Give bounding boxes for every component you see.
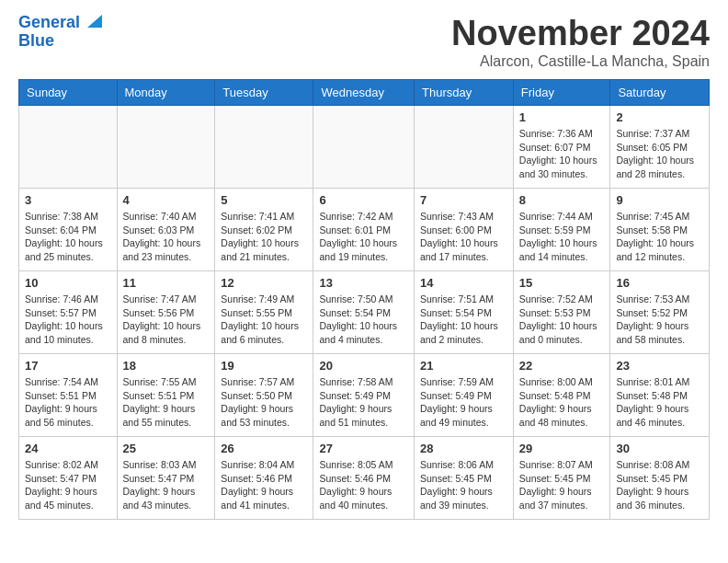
calendar-cell: 24Sunrise: 8:02 AM Sunset: 5:47 PM Dayli… <box>19 437 118 520</box>
calendar-cell: 25Sunrise: 8:03 AM Sunset: 5:47 PM Dayli… <box>117 437 215 520</box>
calendar-cell: 5Sunrise: 7:41 AM Sunset: 6:02 PM Daylig… <box>215 189 313 271</box>
day-number: 23 <box>616 359 703 373</box>
calendar-cell: 29Sunrise: 8:07 AM Sunset: 5:45 PM Dayli… <box>513 437 610 520</box>
day-info: Sunrise: 8:00 AM Sunset: 5:48 PM Dayligh… <box>519 375 605 430</box>
day-info: Sunrise: 8:01 AM Sunset: 5:48 PM Dayligh… <box>616 375 703 430</box>
column-header-thursday: Thursday <box>415 80 514 106</box>
calendar-table: SundayMondayTuesdayWednesdayThursdayFrid… <box>18 79 710 520</box>
day-number: 11 <box>123 276 210 290</box>
week-row-1: 1Sunrise: 7:36 AM Sunset: 6:07 PM Daylig… <box>19 106 710 189</box>
calendar-header-row: SundayMondayTuesdayWednesdayThursdayFrid… <box>19 80 710 106</box>
day-info: Sunrise: 7:42 AM Sunset: 6:01 PM Dayligh… <box>319 210 408 264</box>
day-info: Sunrise: 7:59 AM Sunset: 5:49 PM Dayligh… <box>420 375 507 430</box>
calendar-cell: 12Sunrise: 7:49 AM Sunset: 5:55 PM Dayli… <box>215 271 313 354</box>
day-number: 5 <box>221 193 307 207</box>
column-header-wednesday: Wednesday <box>313 80 415 106</box>
day-info: Sunrise: 7:55 AM Sunset: 5:51 PM Dayligh… <box>123 375 210 430</box>
day-info: Sunrise: 7:50 AM Sunset: 5:54 PM Dayligh… <box>319 293 408 347</box>
day-info: Sunrise: 7:51 AM Sunset: 5:54 PM Dayligh… <box>420 293 507 347</box>
calendar-cell: 30Sunrise: 8:08 AM Sunset: 5:45 PM Dayli… <box>610 437 710 520</box>
calendar-cell: 9Sunrise: 7:45 AM Sunset: 5:58 PM Daylig… <box>610 189 710 271</box>
day-number: 24 <box>25 442 111 455</box>
logo: General Blue <box>18 14 102 51</box>
day-number: 28 <box>420 442 507 455</box>
day-info: Sunrise: 7:47 AM Sunset: 5:56 PM Dayligh… <box>123 293 210 347</box>
day-number: 20 <box>319 359 408 373</box>
day-info: Sunrise: 7:43 AM Sunset: 6:00 PM Dayligh… <box>420 210 507 264</box>
day-number: 4 <box>123 193 210 207</box>
calendar-cell: 28Sunrise: 8:06 AM Sunset: 5:45 PM Dayli… <box>415 437 514 520</box>
day-info: Sunrise: 7:49 AM Sunset: 5:55 PM Dayligh… <box>221 293 307 347</box>
calendar-cell <box>19 106 118 189</box>
calendar-cell: 4Sunrise: 7:40 AM Sunset: 6:03 PM Daylig… <box>117 189 215 271</box>
day-info: Sunrise: 7:36 AM Sunset: 6:07 PM Dayligh… <box>519 127 605 181</box>
column-header-sunday: Sunday <box>19 80 118 106</box>
calendar-cell: 7Sunrise: 7:43 AM Sunset: 6:00 PM Daylig… <box>415 189 514 271</box>
day-info: Sunrise: 7:45 AM Sunset: 5:58 PM Dayligh… <box>616 210 703 264</box>
calendar-cell: 1Sunrise: 7:36 AM Sunset: 6:07 PM Daylig… <box>513 106 610 189</box>
calendar-cell: 16Sunrise: 7:53 AM Sunset: 5:52 PM Dayli… <box>610 271 710 354</box>
day-number: 19 <box>221 359 307 373</box>
day-number: 27 <box>319 442 408 455</box>
day-info: Sunrise: 7:53 AM Sunset: 5:52 PM Dayligh… <box>616 293 703 347</box>
calendar-cell: 13Sunrise: 7:50 AM Sunset: 5:54 PM Dayli… <box>313 271 415 354</box>
day-number: 29 <box>519 442 605 455</box>
day-info: Sunrise: 7:41 AM Sunset: 6:02 PM Dayligh… <box>221 210 307 264</box>
day-info: Sunrise: 7:44 AM Sunset: 5:59 PM Dayligh… <box>519 210 605 264</box>
day-number: 2 <box>616 110 703 124</box>
day-info: Sunrise: 7:46 AM Sunset: 5:57 PM Dayligh… <box>25 293 111 347</box>
day-info: Sunrise: 8:07 AM Sunset: 5:45 PM Dayligh… <box>519 458 605 512</box>
calendar-cell: 2Sunrise: 7:37 AM Sunset: 6:05 PM Daylig… <box>610 106 710 189</box>
day-number: 9 <box>616 193 703 207</box>
day-number: 13 <box>319 276 408 290</box>
column-header-saturday: Saturday <box>610 80 710 106</box>
month-title: November 2024 <box>451 14 710 53</box>
header: General Blue November 2024 Alarcon, Cast… <box>18 14 710 70</box>
day-info: Sunrise: 7:54 AM Sunset: 5:51 PM Dayligh… <box>25 375 111 430</box>
calendar-cell: 22Sunrise: 8:00 AM Sunset: 5:48 PM Dayli… <box>513 354 610 437</box>
logo-icon <box>82 11 102 31</box>
day-number: 12 <box>221 276 307 290</box>
day-number: 10 <box>25 276 111 290</box>
day-number: 16 <box>616 276 703 290</box>
day-number: 30 <box>616 442 703 455</box>
day-number: 25 <box>123 442 210 455</box>
day-info: Sunrise: 8:03 AM Sunset: 5:47 PM Dayligh… <box>123 458 210 512</box>
day-info: Sunrise: 7:52 AM Sunset: 5:53 PM Dayligh… <box>519 293 605 347</box>
day-number: 14 <box>420 276 507 290</box>
calendar-cell: 27Sunrise: 8:05 AM Sunset: 5:46 PM Dayli… <box>313 437 415 520</box>
calendar-cell: 8Sunrise: 7:44 AM Sunset: 5:59 PM Daylig… <box>513 189 610 271</box>
day-number: 1 <box>519 110 605 124</box>
column-header-tuesday: Tuesday <box>215 80 313 106</box>
calendar-cell: 19Sunrise: 7:57 AM Sunset: 5:50 PM Dayli… <box>215 354 313 437</box>
day-number: 6 <box>319 193 408 207</box>
week-row-3: 10Sunrise: 7:46 AM Sunset: 5:57 PM Dayli… <box>19 271 710 354</box>
week-row-2: 3Sunrise: 7:38 AM Sunset: 6:04 PM Daylig… <box>19 189 710 271</box>
day-number: 3 <box>25 193 111 207</box>
calendar-cell: 23Sunrise: 8:01 AM Sunset: 5:48 PM Dayli… <box>610 354 710 437</box>
calendar-cell: 21Sunrise: 7:59 AM Sunset: 5:49 PM Dayli… <box>415 354 514 437</box>
day-info: Sunrise: 8:04 AM Sunset: 5:46 PM Dayligh… <box>221 458 307 512</box>
day-number: 7 <box>420 193 507 207</box>
day-info: Sunrise: 8:05 AM Sunset: 5:46 PM Dayligh… <box>319 458 408 512</box>
day-number: 21 <box>420 359 507 373</box>
calendar-cell: 17Sunrise: 7:54 AM Sunset: 5:51 PM Dayli… <box>19 354 118 437</box>
day-info: Sunrise: 7:58 AM Sunset: 5:49 PM Dayligh… <box>319 375 408 430</box>
logo-blue-text: Blue <box>18 32 54 51</box>
calendar-cell: 14Sunrise: 7:51 AM Sunset: 5:54 PM Dayli… <box>415 271 514 354</box>
day-info: Sunrise: 8:06 AM Sunset: 5:45 PM Dayligh… <box>420 458 507 512</box>
calendar-cell <box>117 106 215 189</box>
day-info: Sunrise: 7:37 AM Sunset: 6:05 PM Dayligh… <box>616 127 703 181</box>
title-block: November 2024 Alarcon, Castille-La Manch… <box>451 14 710 70</box>
calendar-cell <box>313 106 415 189</box>
page-container: General Blue November 2024 Alarcon, Cast… <box>0 0 728 534</box>
week-row-5: 24Sunrise: 8:02 AM Sunset: 5:47 PM Dayli… <box>19 437 710 520</box>
calendar-cell <box>415 106 514 189</box>
column-header-friday: Friday <box>513 80 610 106</box>
day-number: 22 <box>519 359 605 373</box>
day-info: Sunrise: 8:08 AM Sunset: 5:45 PM Dayligh… <box>616 458 703 512</box>
column-header-monday: Monday <box>117 80 215 106</box>
calendar-cell: 11Sunrise: 7:47 AM Sunset: 5:56 PM Dayli… <box>117 271 215 354</box>
logo-text: General <box>18 14 80 32</box>
day-info: Sunrise: 7:40 AM Sunset: 6:03 PM Dayligh… <box>123 210 210 264</box>
